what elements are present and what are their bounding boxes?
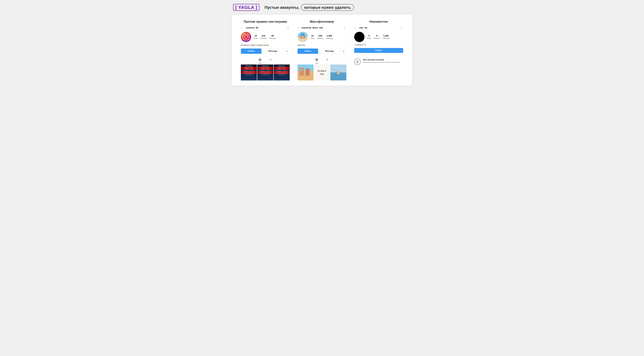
back-arrow-2[interactable]: ←: [298, 26, 300, 29]
following-label-1: Following: [269, 37, 276, 39]
pr-lines-1: ~Подписаться на меня~ ~Лайкнуть это фото…: [241, 67, 256, 75]
private-description: Follow this account to see their photos …: [363, 61, 400, 63]
pr-line-2-3: ~Подписаться на тех, кто лайкнул~: [258, 70, 273, 71]
pr-line-2-2: ~Лайкнуть это фото~: [258, 68, 273, 70]
profile-actions-3: Follow: [354, 48, 403, 53]
svg-rect-10: [316, 58, 316, 59]
section-title-2: Массфолловер: [298, 20, 346, 23]
photo-2-3: [330, 64, 346, 80]
profile-nav-3: ← _mer_lot_: [354, 26, 368, 29]
more-icon-3[interactable]: ⋮: [400, 26, 403, 29]
posts-value-1: 10: [254, 35, 257, 37]
pr-line-2-1: ~Подписаться на меня~: [258, 67, 273, 68]
person-tab-1[interactable]: [269, 58, 272, 63]
pr-line-3-4: ~ВЗАИМНО подписаться: [274, 71, 289, 72]
pr-line-3: ~Подписаться на тех, кто лайкнул~: [241, 70, 256, 71]
profile-info-2: 🏝 12 Posts 158 Followers 1,46: [298, 32, 346, 42]
pr-line-1: ~Подписаться на меня~: [241, 67, 256, 68]
profile-section-1: Против правил инстаграма ← _vzaimno_69 ⋮…: [237, 20, 294, 80]
subscribe-label: ПОДПИШИСЬ: [241, 40, 251, 42]
tabs-row-1: [241, 57, 290, 63]
profiles-grid: Против правил инстаграма ← _vzaimno_69 ⋮…: [237, 20, 407, 80]
pr-title-2: Пиар игра: [262, 65, 268, 66]
svg-point-4: [270, 59, 271, 60]
grid-tab-1[interactable]: [259, 58, 262, 63]
insta-dot: [247, 35, 248, 36]
back-arrow-3[interactable]: ←: [354, 26, 357, 29]
main-card: Против правил инстаграма ← _vzaimno_69 ⋮…: [232, 15, 412, 86]
la-dolce-vita: la dolce vita: [314, 64, 330, 80]
svg-rect-18: [299, 68, 304, 76]
bio-1: Взаимные лайки и подписчики🥑: [241, 44, 290, 46]
svg-rect-3: [260, 60, 261, 61]
pr-title-1: Пиар игра: [246, 65, 252, 66]
svg-rect-2: [259, 60, 260, 61]
following-stat-1: 85 Following: [269, 35, 276, 39]
svg-point-14: [327, 59, 328, 60]
posts-label-1: Posts: [254, 37, 258, 39]
follow-button-1[interactable]: Follow: [241, 48, 262, 54]
pr-line-3-5: на тех, кто подписался на вас~: [274, 73, 289, 74]
title-part1: Пустые аккаунты,: [264, 5, 299, 10]
header-title: Пустые аккаунты, которые нужно удалить: [264, 4, 354, 11]
pr-line-3-2: ~Лайкнуть это фото~: [274, 68, 289, 70]
pr-line-2-5: на тех, кто подписался на вас~: [258, 73, 273, 74]
following-label-3: Following: [383, 37, 390, 39]
followers-label-1: Followers: [260, 37, 267, 39]
back-arrow-1[interactable]: ←: [241, 26, 244, 29]
pr-line-2-6: ~Радоваться новым: [258, 74, 273, 75]
username-1: _vzaimno_69: [245, 26, 258, 29]
more-icon-1[interactable]: ⋮: [286, 26, 290, 29]
pr-line-3-6: ~Радоваться новым: [274, 74, 289, 75]
following-value-3: 1,202: [383, 35, 389, 37]
posts-value-2: 12: [311, 35, 314, 37]
followers-label-3: Followers: [374, 37, 380, 39]
photo-2-2: la dolce vita: [314, 64, 330, 80]
title-highlight: которые нужно удалить: [301, 4, 354, 11]
pr-line-2: ~Лайкнуть это фото~: [241, 68, 256, 70]
profile-header-2: ← manarola_dolce_vita ⋮: [298, 26, 346, 29]
followers-label-2: Followers: [317, 37, 324, 39]
followers-stat-2: 158 Followers: [317, 35, 324, 39]
profile-info-3: 0 Posts 9 Followers 1,202 Following: [354, 32, 403, 42]
message-button-2[interactable]: Message: [319, 48, 340, 54]
followers-stat-1: 210 Followers: [260, 35, 267, 39]
pr-line-4: ~ВЗАИМНО подписаться: [241, 71, 256, 72]
insta-icon: [243, 34, 249, 40]
person-tab-2[interactable]: [326, 58, 329, 63]
photos-grid-2: la dolce vita: [298, 64, 346, 80]
following-stat-3: 1,202 Following: [383, 35, 390, 39]
username-2: manarola_dolce_vita: [302, 26, 323, 29]
pr-lines-2: ~Подписаться на меня~ ~Лайкнуть это фото…: [258, 67, 273, 75]
stats-row-3: 0 Posts 9 Followers 1,202 Following: [367, 35, 403, 39]
svg-rect-11: [317, 58, 318, 59]
grid-tab-2[interactable]: [315, 58, 318, 63]
follow-button-3[interactable]: Follow: [354, 48, 403, 53]
more-icon-2[interactable]: ⋮: [343, 26, 346, 29]
svg-rect-12: [316, 60, 316, 61]
following-label-2: Following: [326, 37, 333, 39]
pr-line-6: ~Радоваться новым: [241, 74, 256, 75]
message-button-1[interactable]: Message: [262, 48, 283, 54]
svg-rect-21: [302, 69, 303, 71]
photo-2-1: [298, 64, 314, 80]
profile-nav-1: ← _vzaimno_69: [241, 26, 258, 29]
followers-value-1: 210: [262, 35, 265, 37]
profile-section-3: Неизвестен ← _mer_lot_ ⋮ 0 Posts: [350, 20, 407, 80]
bio-3: 🍷MERLOT🍷: [354, 44, 403, 46]
posts-label-2: Posts: [310, 37, 314, 39]
svg-text:🏝: 🏝: [302, 36, 304, 38]
dropdown-button-1[interactable]: ∨: [284, 48, 290, 54]
private-text: This account is private Follow this acco…: [363, 58, 400, 63]
avatar-2: 🏝: [298, 32, 308, 42]
svg-rect-0: [259, 58, 260, 59]
follow-button-2[interactable]: Follow: [298, 48, 318, 54]
section-title-1: Против правил инстаграма: [241, 20, 290, 23]
pr-lines-3: ~Подписаться на меня~ ~Лайкнуть это фото…: [274, 67, 289, 75]
dropdown-button-2[interactable]: ∨: [341, 48, 346, 54]
profile-nav-2: ← manarola_dolce_vita: [298, 26, 323, 29]
profile-section-2: Массфолловер ← manarola_dolce_vita ⋮: [294, 20, 350, 80]
posts-label-3: Posts: [367, 37, 371, 39]
posts-value-3: 0: [368, 35, 370, 37]
svg-rect-19: [306, 68, 310, 76]
